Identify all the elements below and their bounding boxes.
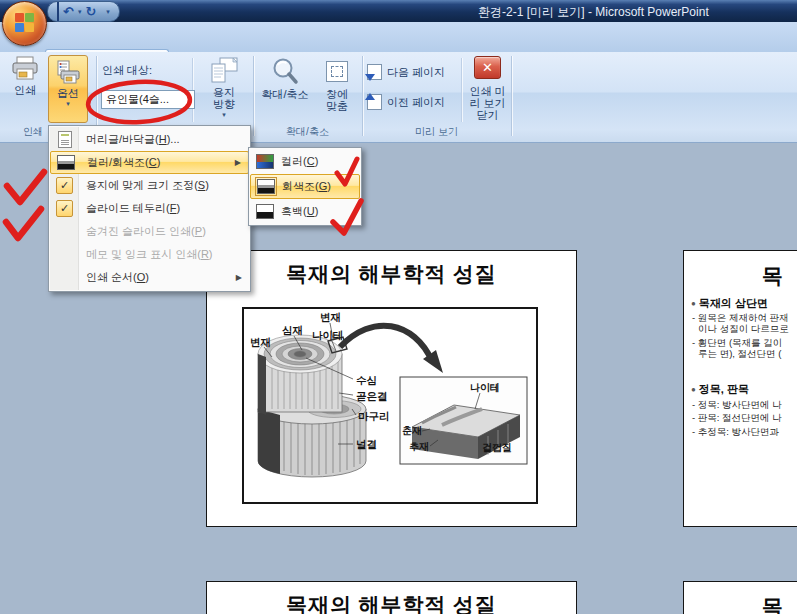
options-dropdown-arrow: ▾ (66, 100, 70, 107)
print-button[interactable]: 인쇄 (5, 56, 45, 96)
label-straight-grain: 곧은결 (356, 390, 388, 402)
label-annual-ring-2: 나이테 (470, 382, 500, 393)
wood-anatomy-diagram: 변재 심재 변재 나이테 수심 곧은결 마구리 널결 (242, 307, 538, 504)
header-footer-icon (58, 131, 72, 148)
menu-item-print-comments: 메모 및 잉크 표시 인쇄(R) (50, 243, 249, 266)
preview-slide-2[interactable]: 목 ●목재의 삼단면 - 원목은 제재하여 판재 이나 성질이 다르므로 - 횡… (683, 250, 797, 527)
zoom-group-label: 확대/축소 (253, 125, 362, 139)
submenu-item-black-white[interactable]: 흑백(U) (250, 199, 360, 224)
label-end-grain: 마구리 (358, 410, 390, 422)
window-title: 환경-2-1 [미리 보기] - Microsoft PowerPoint (478, 4, 709, 21)
preview-slide-1[interactable]: 목재의 해부학적 성질 (206, 250, 577, 527)
preview-slide-3[interactable]: 목재의 해부학적 성질 (206, 581, 577, 614)
next-page-button[interactable]: 다음 페이지 (367, 64, 445, 80)
orientation-dropdown-arrow: ▾ (222, 111, 226, 118)
zoom-button[interactable]: 확대/축소 (256, 56, 314, 100)
slide2-body-line: - 정목: 방사단면에 나 (692, 399, 782, 412)
redo-icon: ↻ (85, 4, 96, 19)
bullet-icon: ● (691, 385, 696, 394)
checked-checkbox-icon: ✓ (56, 200, 73, 217)
group-separator (362, 56, 363, 136)
qat-customize-button[interactable]: ▾ (106, 8, 110, 16)
menu-item-color-grayscale[interactable]: 컬러/회색조(C) ▶ (50, 151, 249, 174)
black-white-icon (256, 204, 274, 219)
wood-diagram-svg: 변재 심재 변재 나이테 수심 곧은결 마구리 널결 (244, 309, 532, 498)
undo-icon: ↶ (63, 4, 74, 19)
red-check-annotation (6, 209, 41, 238)
label-annual-ring: 나이테 (312, 329, 344, 341)
options-printer-icon (55, 59, 81, 85)
menu-item-print-hidden-slides: 숨겨진 슬라이드 인쇄(P) (50, 220, 249, 243)
submenu-arrow-icon: ▶ (236, 273, 242, 282)
slide2-heading-1: ●목재의 삼단면 (691, 296, 768, 311)
grayscale-icon (57, 155, 75, 170)
slide2-body-line: - 추정목: 방사단면과 (692, 426, 779, 439)
preview-slide-4[interactable]: 목 (683, 581, 797, 614)
label-heartwood: 심재 (282, 324, 303, 336)
label-summerwood: 추재 (409, 441, 429, 452)
fit-to-window-icon (326, 61, 348, 82)
magnifier-icon (270, 56, 300, 86)
preview-group-label: 미리 보기 (362, 125, 511, 139)
submenu-item-color[interactable]: 컬러(C) (250, 149, 360, 174)
paper-orientation-icon (209, 56, 239, 84)
undo-dropdown-arrow[interactable]: ▾ (78, 8, 82, 16)
save-icon (57, 2, 59, 21)
label-flat-grain: 널결 (356, 438, 377, 450)
slide1-title: 목재의 해부학적 성질 (207, 260, 576, 288)
group-separator (511, 56, 512, 136)
slide2-body-line: 이나 성질이 다르므로 (698, 323, 789, 336)
checked-checkbox-icon: ✓ (56, 177, 73, 194)
print-target-combobox[interactable]: 유인물(4슬... (101, 90, 195, 109)
slide2-body-line: - 판목: 절선단면에 나 (692, 412, 782, 425)
group-separator (96, 56, 97, 136)
slide2-title-partial: 목 (762, 262, 783, 290)
slide4-title-partial: 목 (762, 593, 783, 614)
close-print-preview-button[interactable]: ✕ 인쇄 미리 보기 닫기 (464, 56, 511, 121)
orientation-button[interactable]: 용지 방향 ▾ (197, 56, 251, 118)
submenu-arrow-icon: ▶ (235, 158, 241, 167)
options-button[interactable]: 옵션 ▾ (48, 55, 88, 123)
slide3-title: 목재의 해부학적 성질 (207, 591, 576, 614)
fit-to-window-button[interactable]: 창에 맞춤 (315, 56, 359, 112)
label-sapwood-top: 변재 (320, 311, 341, 323)
previous-page-icon (367, 94, 382, 110)
bullet-icon: ● (691, 299, 696, 308)
slide2-heading-2: ●정목, 판목 (691, 382, 749, 397)
next-page-icon (367, 64, 382, 80)
submenu-item-grayscale[interactable]: 회색조(G) (250, 174, 360, 199)
office-button[interactable] (2, 1, 47, 46)
label-bark: 겉껍질 (482, 442, 512, 453)
redo-button[interactable]: ↻ (85, 5, 96, 18)
previous-page-button[interactable]: 이전 페이지 (367, 94, 445, 110)
ribbon-tab-row: 인쇄 미리 보기 (0, 22, 797, 52)
close-icon: ✕ (474, 56, 501, 79)
menu-item-scale-to-fit[interactable]: ✓ 용지에 맞게 크기 조정(S) (50, 174, 249, 197)
quick-access-toolbar: ↶ ▾ ↻ ▾ (47, 1, 120, 22)
undo-button[interactable]: ↶ (63, 5, 74, 18)
menu-item-frame-slides[interactable]: ✓ 슬라이드 테두리(F) (50, 197, 249, 220)
separator (461, 58, 462, 122)
red-check-annotation (7, 172, 44, 202)
group-separator (253, 56, 254, 136)
color-icon (256, 154, 274, 169)
slide2-body-line: 루는 면), 절선단면 ( (698, 348, 781, 361)
office-logo-icon (15, 13, 34, 33)
label-sapwood-left: 변재 (250, 336, 271, 348)
color-grayscale-submenu: 컬러(C) 회색조(G) 흑백(U) (248, 147, 362, 226)
print-target-label: 인쇄 대상: (102, 63, 152, 78)
save-button[interactable] (57, 3, 59, 21)
menu-item-header-footer[interactable]: 머리글/바닥글(H)... (50, 128, 249, 151)
label-springwood: 춘재 (402, 425, 422, 436)
label-pith: 수심 (356, 374, 377, 386)
menu-item-printing-order[interactable]: 인쇄 순서(O) ▶ (50, 266, 249, 289)
options-menu: 머리글/바닥글(H)... 컬러/회색조(C) ▶ ✓ 용지에 맞게 크기 조정… (48, 125, 251, 292)
powerpoint-window: 목재의 해부학적 성질 (0, 0, 797, 614)
grayscale-icon (257, 179, 275, 194)
printer-icon (11, 56, 39, 82)
